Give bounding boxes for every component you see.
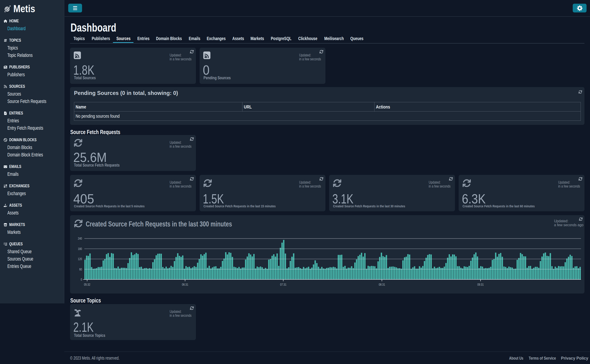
svg-text:60: 60 [79,267,82,271]
svg-text:07:31: 07:31 [280,282,287,286]
svg-text:05:32: 05:32 [84,282,90,286]
svg-text:08:31: 08:31 [379,282,385,286]
svg-text:06:31: 06:31 [182,282,188,286]
svg-text:120: 120 [78,257,82,261]
svg-text:0: 0 [81,277,82,281]
svg-text:180: 180 [78,247,82,251]
svg-text:09:31: 09:31 [477,282,484,286]
svg-text:240: 240 [78,237,82,240]
